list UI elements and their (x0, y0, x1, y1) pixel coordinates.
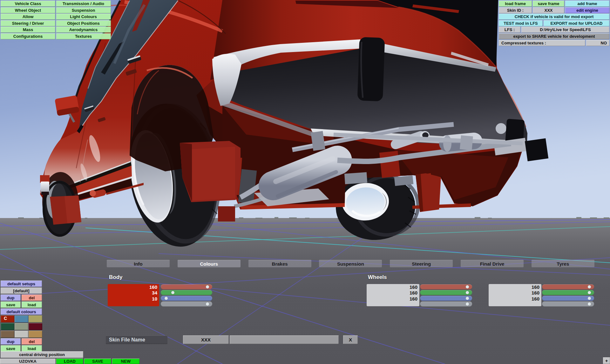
colour-del-button[interactable]: del (22, 338, 42, 345)
export-share-button[interactable]: export to SHARE vehicle for development (499, 33, 609, 39)
lfs-path[interactable]: D:\Hry\Live for Speed\LFS (521, 27, 609, 33)
palette-swatch-8[interactable] (15, 331, 28, 338)
slider-knob[interactable] (466, 302, 469, 306)
body-extra-slider[interactable] (161, 301, 212, 307)
palette-swatch-9[interactable] (29, 331, 42, 338)
slider-knob[interactable] (206, 302, 209, 306)
slider-knob[interactable] (466, 297, 469, 300)
export-upload-button[interactable]: EXPORT mod for UPLOAD (544, 20, 609, 26)
palette-swatch-6[interactable] (29, 323, 42, 330)
menu-textures[interactable]: Textures (56, 33, 111, 39)
tab-brakes[interactable]: Brakes (248, 260, 311, 268)
body-red-slider[interactable] (161, 284, 212, 289)
current-setup[interactable]: [default] (1, 288, 42, 294)
palette-swatch-2[interactable] (15, 315, 28, 322)
current-colour-mark: C (4, 316, 7, 321)
tab-info[interactable]: Info (107, 260, 170, 268)
new-vehicle-button[interactable]: NEW (112, 359, 139, 364)
menu-aerodynamics[interactable]: Aerodynamics (56, 27, 111, 33)
slider-knob[interactable] (588, 285, 591, 288)
wheel1-extra-slider[interactable] (420, 301, 472, 307)
body-blue-value: 10 (149, 296, 157, 302)
setup-del-button[interactable]: del (22, 295, 42, 301)
tab-suspension[interactable]: Suspension (319, 260, 382, 268)
wheel2-extra-slider[interactable] (542, 301, 594, 307)
tab-final-drive[interactable]: Final Drive (461, 260, 524, 268)
slider-knob[interactable] (171, 291, 174, 294)
setup-dup-button[interactable]: dup (1, 295, 21, 301)
colour-dup-button[interactable]: dup (1, 338, 21, 345)
slider-knob[interactable] (588, 302, 591, 306)
menu-light-colours[interactable]: Light Colours (56, 14, 111, 20)
menu-mass[interactable]: Mass (1, 27, 55, 33)
central-driving-position-button[interactable]: central driving position (1, 351, 83, 358)
front-corner (40, 175, 50, 195)
compressed-textures-value[interactable]: NO (586, 40, 609, 46)
test-mod-button[interactable]: TEST mod in LFS (499, 20, 543, 26)
slider-knob[interactable] (206, 285, 209, 288)
palette-swatch-5[interactable] (15, 323, 28, 330)
slider-knob[interactable] (466, 285, 469, 288)
slider-knob[interactable] (588, 291, 591, 294)
menu-allow[interactable]: Allow (1, 14, 55, 20)
save-vehicle-button[interactable]: SAVE (84, 359, 111, 364)
expand-button[interactable]: + (603, 357, 610, 364)
colour-save-button[interactable]: save (1, 345, 21, 352)
wheel1-green-slider[interactable] (420, 290, 472, 295)
menu-suspension[interactable]: Suspension (56, 7, 111, 13)
skin-id-label[interactable]: Skin ID : (499, 7, 532, 13)
palette-swatch-3[interactable] (29, 315, 42, 322)
wheel1-green-value: 160 (410, 290, 417, 296)
skin-file-clear-button[interactable]: X (343, 335, 358, 344)
wheel2-blue-slider[interactable] (542, 296, 594, 301)
add-frame-button[interactable]: add frame (565, 1, 609, 7)
viewport-3d[interactable] (0, 0, 610, 364)
slider-knob[interactable] (165, 297, 168, 300)
wheel2-blue-value: 160 (532, 296, 539, 302)
lfs-label[interactable]: LFS : (499, 27, 520, 33)
wheel1-red-value: 160 (410, 284, 417, 290)
setup-save-button[interactable]: save (1, 301, 21, 308)
tab-tyres[interactable]: Tyres (532, 260, 594, 268)
tab-steering[interactable]: Steering (390, 260, 453, 268)
slider-knob[interactable] (588, 297, 591, 300)
menu-transmission-audio[interactable]: Transmission / Audio (56, 1, 111, 7)
body-blue-slider[interactable] (161, 296, 212, 301)
body-green-slider[interactable] (161, 290, 212, 295)
default-colours-header[interactable]: default colours (1, 308, 42, 315)
body-colour-swatch[interactable]: 160 34 10 (108, 284, 159, 306)
load-frame-button[interactable]: load frame (499, 1, 532, 7)
skin-file-xxx-button[interactable]: XXX (183, 335, 229, 344)
default-setups-header[interactable]: default setups (1, 281, 42, 287)
skin-id-value[interactable]: XXX (533, 7, 564, 13)
palette-swatch-7[interactable] (1, 331, 14, 338)
body-green-value: 34 (149, 290, 157, 296)
wheel2-red-slider[interactable] (542, 284, 594, 289)
vehicle-name-button[interactable]: UZOVKA (0, 359, 56, 364)
check-valid-button[interactable]: CHECK if vehicle is valid for mod export (499, 14, 609, 20)
save-frame-button[interactable]: save frame (533, 1, 564, 7)
compressed-textures-label[interactable]: Compressed textures : (499, 40, 585, 46)
load-vehicle-button[interactable]: LOAD (56, 359, 83, 364)
menu-vehicle-class[interactable]: Vehicle Class (1, 1, 55, 7)
menu-steering-driver[interactable]: Steering / Driver (1, 20, 55, 26)
slider-knob[interactable] (466, 291, 469, 294)
setup-load-button[interactable]: load (22, 301, 42, 308)
edit-engine-button[interactable]: edit engine (565, 7, 609, 13)
lfs-editor-screen: Vehicle Class Wheel Object Allow Steerin… (0, 0, 610, 364)
skin-file-input[interactable] (230, 335, 339, 344)
wheel2-green-slider[interactable] (542, 290, 594, 295)
palette-swatch-1[interactable]: C (1, 315, 14, 322)
menu-object-positions[interactable]: Object Positions (56, 20, 111, 26)
wheel2-green-value: 160 (532, 290, 539, 296)
wheel-colour-swatch-1[interactable]: 160 160 160 (367, 284, 419, 306)
colour-load-button[interactable]: load (22, 345, 42, 352)
skin-file-name-label: Skin File Name (106, 335, 167, 344)
menu-wheel-object[interactable]: Wheel Object (1, 7, 55, 13)
palette-swatch-4[interactable] (1, 323, 14, 330)
wheel1-red-slider[interactable] (420, 284, 472, 289)
menu-configurations[interactable]: Configurations (1, 33, 55, 39)
wheel1-blue-slider[interactable] (420, 296, 472, 301)
tab-colours[interactable]: Colours (178, 260, 241, 268)
wheel-colour-swatch-2[interactable]: 160 160 160 (489, 284, 541, 306)
